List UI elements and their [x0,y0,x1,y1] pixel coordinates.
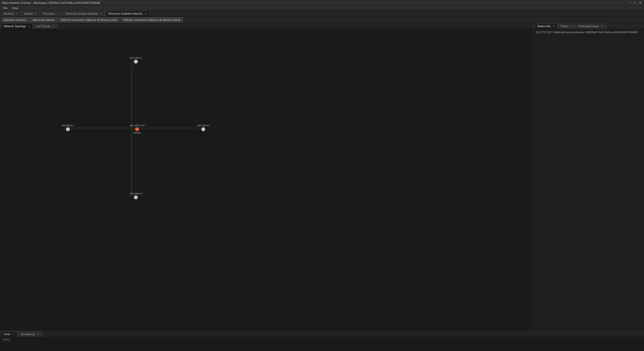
node-ip-node5: 192.168.0.4 [130,192,142,195]
menu-item-file[interactable]: File [1,6,10,10]
right-tab-0[interactable]: Status Info✕ [535,23,558,29]
top-tab-2[interactable]: Discovery✕ [40,11,62,16]
toolbar-btn-2[interactable]: Refresh connection status to all devices… [58,17,120,22]
node-circle-node5 [134,195,138,199]
close-button[interactable]: ✕ [638,1,642,5]
node-ip-node2: 192.168.0.1 [62,124,74,127]
top-tab-label-2: Discovery [43,12,55,15]
bottom-tab-close-1[interactable]: ✕ [36,333,39,336]
network-node-node4[interactable]: 192.168.0.3 [197,124,210,131]
inner-tab-label-1: CnC Server [36,25,50,28]
inner-tab-close-1[interactable]: ✕ [52,25,55,28]
node-ip-node1: 192.168.0.2 [130,56,142,59]
toolbar-btn-0[interactable]: Add this computer [1,17,29,22]
bottom-area: Hints✕Terminal (1)✕ TODO [0,331,644,351]
right-panel-content: 15:47:57.617: Initialized new workspace … [534,29,644,331]
todo-text: TODO [2,338,10,341]
bottom-tab-1[interactable]: Terminal (1)✕ [18,331,42,337]
titlebar-title: Naive Network Scanner - Workspace 18859b… [2,1,100,4]
network-node-node3[interactable]: 192.168.0.137tom-pc [130,124,145,135]
network-node-node5[interactable]: 192.168.0.4 [130,192,142,199]
topology-canvas: 192.168.0.2192.168.0.1192.168.0.137tom-p… [0,29,533,331]
titlebar: Naive Network Scanner - Workspace 18859b… [0,0,644,6]
top-tab-label-0: General [4,12,14,15]
top-tab-close-2[interactable]: ✕ [57,12,60,15]
bottom-tab-label-1: Terminal (1) [20,333,35,336]
top-tab-close-4[interactable]: ✕ [144,12,147,15]
canvas-wrapper: Network Topology✕CnC Server✕ 192.168.0.2… [0,23,533,331]
inner-tab-0[interactable]: Network Topology✕ [1,23,33,29]
top-tabbar: General✕Upload✕Discovery✕Discovery (insi… [0,11,644,17]
node-ip-node3: 192.168.0.137 [130,124,145,127]
right-tab-label-2: Performed steps [578,25,599,28]
top-tab-close-3[interactable]: ✕ [99,12,102,15]
menubar: FileView [0,6,644,11]
top-tab-close-0[interactable]: ✕ [15,12,18,15]
right-tab-close-0[interactable]: ✕ [552,25,555,28]
main-layout: Network Topology✕CnC Server✕ 192.168.0.2… [0,23,644,351]
top-tab-label-4: Discovery (outside network) [108,12,142,15]
content-area: Network Topology✕CnC Server✕ 192.168.0.2… [0,23,644,331]
topology-svg [0,29,533,331]
inner-tabbar: Network Topology✕CnC Server✕ [0,23,533,29]
bottom-tab-label-0: Hints [4,333,10,336]
node-sublabel-node3: tom-pc [134,131,141,134]
node-circle-node2 [66,127,70,131]
top-tab-4[interactable]: Discovery (outside network)✕ [105,11,150,16]
inner-tab-label-0: Network Topology [4,25,26,28]
node-circle-node3 [135,127,139,131]
inner-tab-close-0[interactable]: ✕ [27,25,30,28]
right-tab-1[interactable]: Notes✕ [558,23,576,29]
right-panel-tabs: Status Info✕Notes✕Performed steps✕ [534,23,644,29]
right-tab-label-1: Notes [561,25,568,28]
node-ip-node4: 192.168.0.3 [197,124,210,127]
top-tab-label-3: Discovery (inside network) [65,12,98,15]
maximize-button[interactable]: □ [633,1,637,5]
right-panel: Status Info✕Notes✕Performed steps✕ 15:47… [533,23,644,331]
bottom-tab-close-0[interactable]: ✕ [12,333,15,336]
right-tab-close-2[interactable]: ✕ [600,25,603,28]
top-tab-1[interactable]: Upload✕ [21,11,40,16]
toolbar: Add this computerAdd a new deviceRefresh… [0,17,644,23]
bottom-tabbar: Hints✕Terminal (1)✕ [0,331,644,337]
top-tab-0[interactable]: General✕ [1,11,21,16]
minimize-button[interactable]: ─ [628,1,632,5]
top-tab-close-1[interactable]: ✕ [34,12,37,15]
node-circle-node4 [201,127,205,131]
status-log: 15:47:57.617: Initialized new workspace … [536,31,637,34]
node-circle-node1 [134,60,138,64]
top-tab-3[interactable]: Discovery (inside network)✕ [63,11,105,16]
inner-tab-1[interactable]: CnC Server✕ [33,23,58,29]
bottom-tab-0[interactable]: Hints✕ [1,331,17,337]
bottom-content: TODO [0,337,644,351]
network-node-node2[interactable]: 192.168.0.1 [62,124,74,131]
network-node-node1[interactable]: 192.168.0.2 [130,56,142,64]
top-tab-label-1: Upload [24,12,33,15]
right-tab-2[interactable]: Performed steps✕ [576,23,606,29]
menu-item-view[interactable]: View [10,6,20,10]
right-tab-label-0: Status Info [537,25,551,28]
right-tab-close-1[interactable]: ✕ [570,25,573,28]
titlebar-controls: ─ □ ✕ [628,1,642,5]
toolbar-btn-3[interactable]: Refresh connection status to all devices… [120,17,183,22]
toolbar-btn-1[interactable]: Add a new device [30,17,57,22]
